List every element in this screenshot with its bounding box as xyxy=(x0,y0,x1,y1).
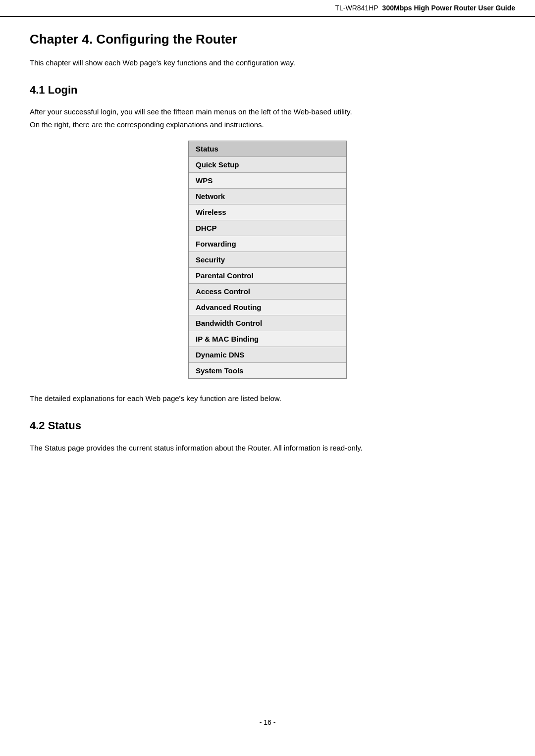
header-model: TL-WR841HP xyxy=(335,4,378,12)
menu-item: Wireless xyxy=(189,204,346,220)
menu-item: IP & MAC Binding xyxy=(189,331,346,347)
menu-item: Network xyxy=(189,189,346,204)
menu-item: Security xyxy=(189,252,346,268)
menu-item: Quick Setup xyxy=(189,157,346,173)
page-number: - 16 - xyxy=(260,718,276,726)
menu-item: Access Control xyxy=(189,284,346,300)
menu-item: WPS xyxy=(189,173,346,189)
header-title: 300Mbps High Power Router User Guide xyxy=(382,4,515,12)
section-42: 4.2 Status The Status page provides the … xyxy=(30,419,505,454)
main-content: Chapter 4. Configuring the Router This c… xyxy=(0,17,535,474)
page-footer: - 16 - xyxy=(0,708,535,736)
section-42-desc: The Status page provides the current sta… xyxy=(30,441,505,454)
menu-item: Bandwidth Control xyxy=(189,315,346,331)
menu-item: Parental Control xyxy=(189,268,346,284)
menu-item: Dynamic DNS xyxy=(189,347,346,363)
after-menu-text: The detailed explanations for each Web p… xyxy=(30,393,505,404)
menu-container: StatusQuick SetupWPSNetworkWirelessDHCPF… xyxy=(188,141,347,379)
menu-table: StatusQuick SetupWPSNetworkWirelessDHCPF… xyxy=(188,141,347,379)
menu-item: Forwarding xyxy=(189,236,346,252)
menu-item: System Tools xyxy=(189,363,346,378)
menu-item: Status xyxy=(189,141,346,157)
page-container: TL-WR841HP 300Mbps High Power Router Use… xyxy=(0,0,535,474)
chapter-title: Chapter 4. Configuring the Router xyxy=(30,32,505,47)
menu-item: Advanced Routing xyxy=(189,300,346,315)
section-42-title: 4.2 Status xyxy=(30,419,505,432)
menu-item: DHCP xyxy=(189,220,346,236)
header-bar: TL-WR841HP 300Mbps High Power Router Use… xyxy=(0,0,535,17)
section-41-title: 4.1 Login xyxy=(30,84,505,97)
chapter-intro: This chapter will show each Web page's k… xyxy=(30,57,505,69)
section-41-desc-line1: After your successful login, you will se… xyxy=(30,105,505,131)
